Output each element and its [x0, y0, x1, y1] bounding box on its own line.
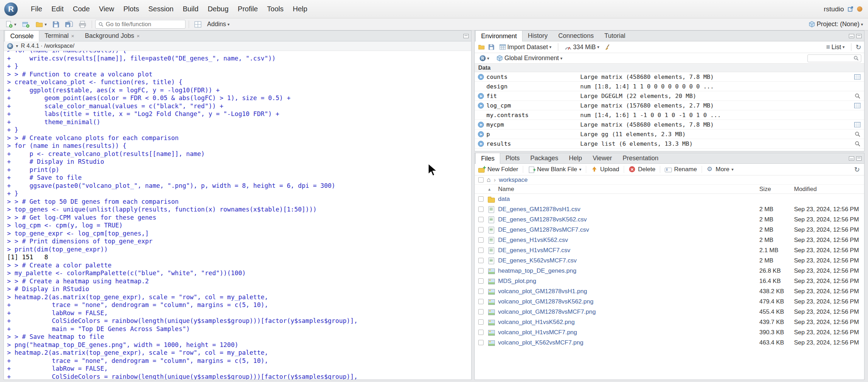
file-name[interactable]: volcano_plot_GM12878vsK562.png	[498, 298, 759, 305]
file-row[interactable]: data	[475, 194, 864, 204]
project-menu[interactable]: Project: (None) ▾	[806, 19, 865, 29]
file-checkbox[interactable]	[478, 227, 484, 232]
file-checkbox[interactable]	[478, 268, 484, 273]
files-delete-button[interactable]: Delete	[624, 166, 660, 173]
file-checkbox[interactable]	[478, 299, 484, 304]
open-in-browser-icon[interactable]	[847, 6, 853, 12]
view-data-icon[interactable]	[854, 74, 861, 80]
file-checkbox[interactable]	[478, 207, 484, 212]
maximize-pane-icon[interactable]	[463, 34, 469, 38]
home-icon[interactable]: ⌂	[487, 176, 491, 184]
menu-plots[interactable]: Plots	[119, 2, 144, 16]
file-checkbox[interactable]	[478, 258, 484, 263]
refresh-files-icon[interactable]: ↻	[854, 166, 860, 174]
file-name[interactable]: MDS_plot.png	[498, 278, 759, 285]
select-all-checkbox[interactable]	[478, 177, 484, 183]
file-name[interactable]: volcano_plot_GM12878vsH1.png	[498, 288, 759, 295]
tab-packages[interactable]: Packages	[525, 153, 564, 163]
tab-presentation[interactable]: Presentation	[617, 153, 664, 163]
tab-background-jobs[interactable]: Background Jobs ×	[80, 31, 145, 41]
file-name[interactable]: volcano_plot_H1vsK562.png	[498, 319, 759, 326]
refresh-environment-icon[interactable]: ↻	[856, 43, 861, 51]
file-checkbox[interactable]	[478, 217, 484, 222]
memory-usage-button[interactable]: 334 MiB ▾	[563, 42, 601, 52]
menu-file[interactable]: File	[26, 2, 47, 16]
new-file-button[interactable]: ▾	[3, 19, 18, 29]
menu-help[interactable]: Help	[288, 2, 312, 16]
menu-view[interactable]: View	[95, 2, 119, 16]
files-rename-button[interactable]: Rename	[660, 166, 701, 173]
session-status-icon[interactable]	[857, 6, 862, 12]
environment-object-row[interactable]: ▶ mycpm Large matrix (458680 elements, 7…	[475, 120, 864, 129]
file-checkbox[interactable]	[478, 309, 484, 314]
goto-file-input[interactable]	[106, 21, 182, 28]
menu-profile[interactable]: Profile	[233, 2, 263, 16]
print-button[interactable]	[76, 20, 88, 29]
file-row[interactable]: DE_genes_GM12878vsH1.csv 2 MB Sep 23, 20…	[475, 204, 864, 214]
tab-files[interactable]: Files	[475, 153, 500, 164]
file-checkbox[interactable]	[478, 319, 484, 325]
minimize-pane-icon[interactable]	[849, 34, 854, 38]
file-checkbox[interactable]	[478, 278, 484, 284]
file-name[interactable]: volcano_plot_H1vsMCF7.png	[498, 329, 759, 336]
environment-object-row[interactable]: ▶ my.contrasts num [1:4, 1:6] 1 -1 0 0 1…	[475, 110, 864, 120]
menu-tools[interactable]: Tools	[262, 2, 288, 16]
console-output[interactable]: > for (name in names(results)) {+ write.…	[4, 51, 471, 380]
column-header-modified[interactable]: Modified	[794, 186, 864, 193]
file-row[interactable]: DE_genes_GM12878vsK562.csv 2 MB Sep 23, …	[475, 214, 864, 225]
file-checkbox[interactable]	[478, 196, 484, 202]
environment-object-row[interactable]: ▶ results Large list (6 elements, 13.3 M…	[475, 139, 864, 149]
expand-object-icon[interactable]: ▶	[478, 103, 484, 109]
file-name[interactable]: DE_genes_H1vsK562.csv	[498, 237, 759, 244]
file-checkbox[interactable]	[478, 237, 484, 243]
file-row[interactable]: volcano_plot_K562vsMCF7.png 463.4 KB Sep…	[475, 337, 864, 348]
expand-object-icon[interactable]: ▶	[478, 131, 484, 137]
file-name[interactable]: DE_genes_H1vsMCF7.csv	[498, 247, 759, 254]
file-name[interactable]: data	[498, 196, 759, 203]
file-name[interactable]: DE_genes_GM12878vsK562.csv	[498, 216, 759, 223]
file-row[interactable]: DE_genes_H1vsMCF7.csv 2.1 MB Sep 23, 202…	[475, 245, 864, 255]
menu-code[interactable]: Code	[68, 2, 95, 16]
file-row[interactable]: volcano_plot_GM12878vsK562.png 479.4 KB …	[475, 296, 864, 307]
file-row[interactable]: MDS_plot.png 16.4 KB Sep 23, 2024, 12:56…	[475, 276, 864, 286]
file-name[interactable]: volcano_plot_K562vsMCF7.png	[498, 339, 759, 346]
sort-ascending-icon[interactable]: ▲	[487, 187, 498, 191]
list-view-button[interactable]: ≡ List ▾	[824, 42, 847, 52]
tab-tutorial[interactable]: Tutorial	[599, 31, 630, 41]
maximize-pane-icon[interactable]	[856, 34, 862, 38]
account-label[interactable]: rstudio	[824, 5, 844, 13]
file-checkbox[interactable]	[478, 289, 484, 294]
save-all-button[interactable]	[63, 20, 75, 29]
files-more-button[interactable]: More ▾	[702, 166, 738, 173]
expand-object-icon[interactable]: ▶	[478, 141, 484, 147]
import-dataset-button[interactable]: Import Dataset ▾	[497, 42, 554, 52]
close-tab-icon[interactable]: ×	[137, 33, 140, 39]
files-upload-button[interactable]: Upload	[586, 166, 624, 173]
minimize-pane-icon[interactable]	[849, 156, 854, 161]
clear-workspace-icon[interactable]	[604, 44, 611, 51]
maximize-pane-icon[interactable]	[856, 156, 862, 161]
file-row[interactable]: DE_genes_H1vsK562.csv 2 MB Sep 23, 2024,…	[475, 235, 864, 245]
tab-help[interactable]: Help	[564, 153, 587, 163]
environment-object-row[interactable]: ▶ design num [1:8, 1:4] 1 1 0 0 0 0 0 0 …	[475, 82, 864, 91]
column-header-name[interactable]: Name	[498, 186, 759, 193]
environment-object-row[interactable]: ▶ counts Large matrix (458680 elements, …	[475, 72, 864, 82]
breadcrumb-folder[interactable]: workspace	[499, 176, 527, 184]
file-row[interactable]: DE_genes_K562vsMCF7.csv 2 MB Sep 23, 202…	[475, 255, 864, 266]
chevron-down-icon[interactable]: ▾	[16, 44, 18, 48]
menu-debug[interactable]: Debug	[203, 2, 233, 16]
view-data-icon[interactable]	[854, 122, 861, 127]
load-workspace-icon[interactable]	[478, 44, 485, 51]
language-selector[interactable]: R ▾	[478, 54, 491, 62]
inspect-object-icon[interactable]	[855, 93, 861, 99]
save-button[interactable]	[50, 20, 62, 29]
menu-edit[interactable]: Edit	[47, 2, 68, 16]
file-name[interactable]: volcano_plot_GM12878vsMCF7.png	[498, 308, 759, 316]
open-file-button[interactable]: ▾	[33, 20, 49, 29]
inspect-object-icon[interactable]	[855, 141, 861, 147]
file-checkbox[interactable]	[478, 340, 484, 345]
files-new-blank-file-button[interactable]: New Blank File ▾	[523, 166, 586, 173]
expand-object-icon[interactable]: ▶	[478, 93, 484, 99]
files-new-folder-button[interactable]: New Folder	[478, 166, 523, 173]
file-row[interactable]: heatmap_top_DE_genes.png 26.8 KB Sep 23,…	[475, 266, 864, 276]
